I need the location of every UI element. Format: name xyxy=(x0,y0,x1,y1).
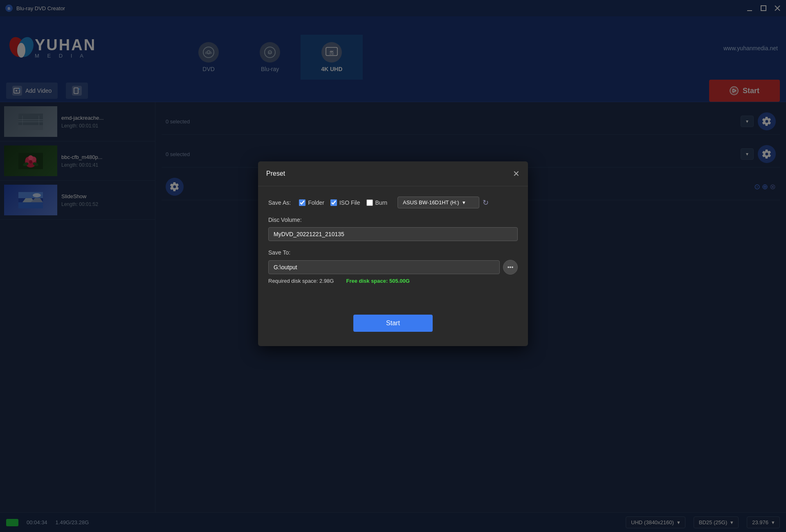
modal-footer: Start xyxy=(258,302,528,346)
iso-label: ISO File xyxy=(339,199,360,206)
free-space: Free disk space: 505.00G xyxy=(346,278,409,284)
disc-volume-input[interactable] xyxy=(268,227,518,241)
required-space: Required disk space: 2.98G xyxy=(268,278,334,284)
browse-icon: ••• xyxy=(508,264,514,270)
iso-checkbox-item[interactable]: ISO File xyxy=(330,199,360,206)
save-as-label: Save As: xyxy=(268,199,291,206)
refresh-button[interactable]: ↻ xyxy=(483,198,489,207)
burn-checkbox[interactable] xyxy=(366,199,373,206)
save-to-section: Save To: ••• Required disk space: 2.98G … xyxy=(268,249,518,284)
modal-title: Preset xyxy=(266,170,285,177)
folder-checkbox-item[interactable]: Folder xyxy=(299,199,324,206)
modal-start-button[interactable]: Start xyxy=(353,315,433,332)
preset-modal: Preset ✕ Save As: Folder ISO File xyxy=(258,161,528,346)
save-path-input[interactable] xyxy=(268,260,500,274)
modal-overlay: Preset ✕ Save As: Folder ISO File xyxy=(0,0,786,532)
folder-checkbox[interactable] xyxy=(299,199,305,206)
drive-select: ASUS BW-16D1HT (H:) ▾ ↻ xyxy=(397,197,489,208)
disc-volume-label: Disc Volume: xyxy=(268,217,518,223)
disc-volume-section: Disc Volume: xyxy=(268,217,518,241)
burn-checkbox-item[interactable]: Burn xyxy=(366,199,388,206)
drive-label: ASUS BW-16D1HT (H:) xyxy=(403,199,459,206)
modal-body: Save As: Folder ISO File Burn xyxy=(258,186,528,302)
disk-info: Required disk space: 2.98G Free disk spa… xyxy=(268,278,518,284)
modal-header: Preset ✕ xyxy=(258,161,528,186)
modal-close-button[interactable]: ✕ xyxy=(513,169,520,179)
path-input-row: ••• xyxy=(268,260,518,275)
burn-label: Burn xyxy=(375,199,388,206)
drive-dropdown[interactable]: ASUS BW-16D1HT (H:) ▾ xyxy=(397,197,479,208)
save-as-section: Save As: Folder ISO File Burn xyxy=(268,197,518,208)
browse-button[interactable]: ••• xyxy=(503,260,518,275)
drive-chevron: ▾ xyxy=(463,199,465,206)
folder-label: Folder xyxy=(308,199,324,206)
save-to-label: Save To: xyxy=(268,249,518,256)
iso-checkbox[interactable] xyxy=(330,199,337,206)
